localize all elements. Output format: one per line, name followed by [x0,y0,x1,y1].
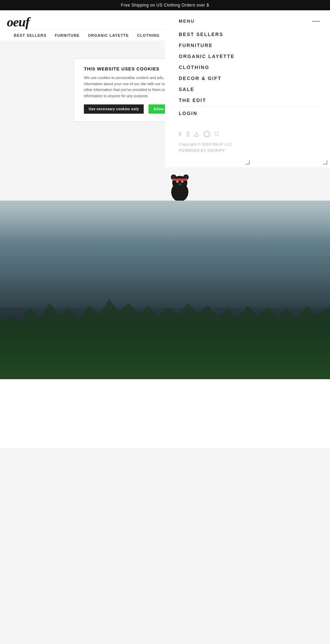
page-wrapper: Free Shipping on US Clothing Orders over… [0,0,330,448]
vimeo-icon[interactable]: △ [194,130,199,137]
menu-login[interactable]: LOGIN [179,111,197,116]
menu-close-icon[interactable]: — [312,17,320,25]
forest-trees [0,299,330,379]
svg-point-12 [179,184,181,185]
forest-area [0,201,330,379]
menu-title: MENU [179,19,195,24]
site-logo[interactable]: oeuf [7,14,30,30]
copyright: Copyright © 2018 OEUF LLC POWERED BY SHO… [179,142,320,154]
menu-decor-gift[interactable]: DECOR & GIFT [179,76,320,81]
menu-furniture[interactable]: FURNITURE [179,43,320,48]
svg-point-4 [172,176,175,179]
menu-items: BEST SELLERS FURNITURE ORGANIC LAYETTE C… [179,32,320,103]
twitter-icon[interactable]: 𝕣 [179,130,182,137]
menu-sale[interactable]: SALE [179,87,320,92]
nav-best-sellers[interactable]: BEST SELLERS [14,33,46,37]
pinterest-icon[interactable]: ◯ [204,130,210,137]
header-section: oeuf ⌕ △ BEST SELLERS FURNITURE ORGANIC … [0,10,330,41]
menu-the-edit[interactable]: THE EDIT [179,98,320,103]
copyright-line2: POWERED BY SHOPIFY [179,148,320,154]
resize-handle-bottom [245,160,250,165]
svg-point-9 [182,181,183,182]
menu-header: MENU — [179,17,320,25]
bottom-white-space [0,379,330,448]
instagram-icon[interactable]: □ [215,130,218,137]
top-banner: Free Shipping on US Clothing Orders over… [0,0,330,10]
forest-mist [0,201,330,308]
copyright-line1: Copyright © 2018 OEUF LLC [179,142,320,148]
banner-text: Free Shipping on US Clothing Orders over… [121,3,209,8]
nav-organic-layette[interactable]: ORGANIC LAYETTE [88,33,129,37]
menu-clothing[interactable]: CLOTHING [179,65,320,70]
facebook-icon[interactable]: ▯ [186,130,189,137]
nav-clothing[interactable]: CLOTHING [137,33,160,37]
social-row: 𝕣 ▯ △ ◯ □ [179,130,320,137]
bear-illustration [166,170,194,201]
menu-overlay: MENU — BEST SELLERS FURNITURE ORGANIC LA… [165,10,330,167]
resize-handle-corner [323,160,327,165]
menu-best-sellers[interactable]: BEST SELLERS [179,32,320,37]
svg-point-5 [185,176,187,179]
menu-organic-layette[interactable]: ORGANIC LAYETTE [179,54,320,59]
btn-necessary-cookies[interactable]: Use necessary cookies only [84,104,144,114]
menu-divider [179,106,320,107]
svg-point-8 [177,181,178,182]
nav-furniture[interactable]: FURNITURE [55,33,80,37]
svg-rect-10 [172,179,187,181]
